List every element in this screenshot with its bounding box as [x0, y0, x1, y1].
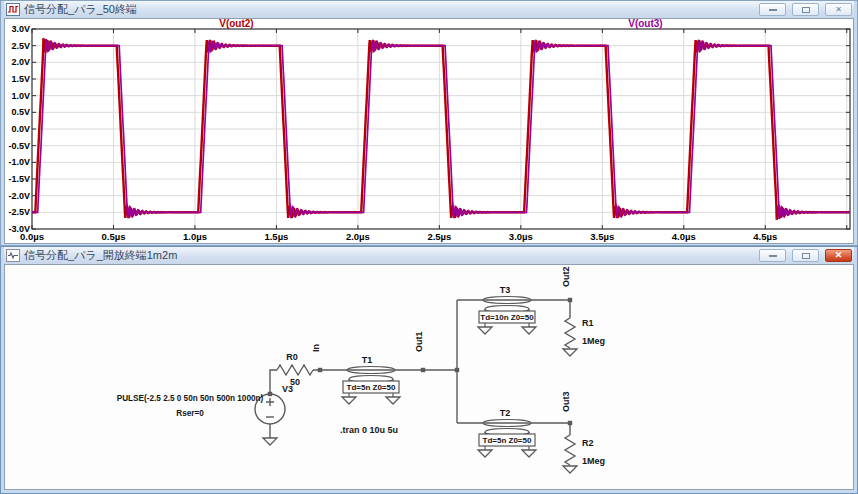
y-tick-label: 1.0V: [11, 91, 30, 101]
schematic-window-titlebar[interactable]: 信号分配_パラ_開放終端1m2m ✕: [4, 247, 854, 264]
legend-vout2[interactable]: V(out2): [219, 19, 253, 29]
y-tick-label: 3.0V: [11, 24, 30, 34]
ground-icon[interactable]: [478, 327, 492, 334]
ground-icon[interactable]: [522, 327, 536, 334]
ground-icon[interactable]: [563, 349, 577, 356]
net-label-out3[interactable]: Out3: [561, 391, 571, 412]
x-tick-label: 4.5µs: [753, 231, 777, 242]
schematic-pane: PULSE(-2.5 2.5 0 50n 50n 500n 1000n) Rse…: [4, 264, 854, 490]
plus-icon: [266, 398, 274, 406]
y-tick-label: 2.5V: [11, 41, 30, 51]
resistor-r2-value[interactable]: 1Meg: [582, 456, 605, 466]
ground-icon[interactable]: [522, 450, 536, 457]
y-tick-label: -0.5V: [8, 141, 30, 151]
maximize-icon: [802, 7, 810, 13]
close-button[interactable]: ✕: [825, 3, 852, 16]
tline-t2-name[interactable]: T2: [500, 408, 511, 418]
y-tick-label: -1.5V: [8, 174, 30, 184]
y-tick-label: -1.0V: [8, 157, 30, 167]
legend-vout3[interactable]: V(out3): [628, 19, 662, 29]
resistor-r1-name[interactable]: R1: [582, 318, 594, 328]
plot-window: 信号分配_パラ_50終端 ✕ 0.0µs0.5µs1.0µs1.5µs2.0µs…: [0, 0, 858, 246]
y-tick-label: -3.0V: [8, 224, 30, 234]
resistor-r0[interactable]: [277, 365, 313, 375]
minimize-button[interactable]: [759, 249, 786, 262]
pin-junction: [268, 392, 272, 396]
schematic-window-title: 信号分配_パラ_開放終端1m2m: [24, 248, 753, 263]
resistor-r1-value[interactable]: 1Meg: [582, 336, 605, 346]
ltspice-workspace: 信号分配_パラ_50終端 ✕ 0.0µs0.5µs1.0µs1.5µs2.0µs…: [0, 0, 858, 494]
maximize-icon: [802, 253, 810, 259]
waveform-pane: 0.0µs0.5µs1.0µs1.5µs2.0µs2.5µs3.0µs3.5µs…: [4, 18, 854, 244]
schematic-page-icon: [6, 249, 20, 262]
source-model-text[interactable]: PULSE(-2.5 2.5 0 50n 50n 500n 1000n): [117, 394, 264, 403]
ground-icon[interactable]: [342, 397, 356, 404]
x-tick-label: 4.0µs: [672, 231, 696, 242]
y-tick-label: 0.5V: [11, 107, 30, 117]
schematic-window: 信号分配_パラ_開放終端1m2m ✕: [0, 246, 858, 494]
minimize-button[interactable]: [759, 3, 786, 16]
resistor-r2[interactable]: [565, 435, 575, 465]
tline-t2-value[interactable]: Td=5n Z0=50: [483, 436, 532, 445]
plot-window-titlebar[interactable]: 信号分配_パラ_50終端 ✕: [4, 1, 854, 18]
ground-icon[interactable]: [386, 397, 400, 404]
maximize-button[interactable]: [792, 249, 819, 262]
net-label-out2[interactable]: Out2: [561, 266, 571, 287]
net-label-out1[interactable]: Out1: [414, 331, 424, 352]
x-tick-label: 3.5µs: [590, 231, 614, 242]
tline-t1-value[interactable]: Td=5n Z0=50: [347, 383, 396, 392]
y-tick-label: -2.0V: [8, 191, 30, 201]
x-tick-label: 2.0µs: [346, 231, 370, 242]
ground-icon[interactable]: [478, 450, 492, 457]
net-label-in[interactable]: In: [311, 344, 321, 352]
waveform-plot-icon: [6, 3, 20, 16]
waveform-plot-canvas[interactable]: 0.0µs0.5µs1.0µs1.5µs2.0µs2.5µs3.0µs3.5µs…: [5, 19, 854, 243]
ground-icon[interactable]: [263, 438, 277, 445]
spice-directive[interactable]: .tran 0 10u 5u: [340, 425, 398, 435]
plot-window-title: 信号分配_パラ_50終端: [24, 2, 753, 17]
x-tick-label: 0.5µs: [101, 231, 125, 242]
close-icon: ✕: [835, 251, 843, 260]
x-tick-label: 1.0µs: [183, 231, 207, 242]
resistor-r2-name[interactable]: R2: [582, 438, 594, 448]
tline-t3-value[interactable]: Td=10n Z0=50: [480, 313, 534, 322]
y-tick-label: 0.0V: [11, 124, 30, 134]
x-tick-label: 1.5µs: [264, 231, 288, 242]
tline-t3[interactable]: [479, 297, 535, 328]
resistor-r0-name[interactable]: R0: [286, 352, 298, 362]
ground-icon[interactable]: [563, 466, 577, 473]
close-icon: ✕: [835, 6, 842, 14]
resistor-r1[interactable]: [565, 318, 575, 348]
y-tick-label: 2.0V: [11, 57, 30, 67]
resistor-r0-value[interactable]: 50: [290, 377, 300, 387]
tline-t1[interactable]: [343, 367, 399, 398]
tline-t2[interactable]: [479, 420, 535, 451]
close-button[interactable]: ✕: [825, 249, 852, 262]
y-tick-label: 1.5V: [11, 74, 30, 84]
maximize-button[interactable]: [792, 3, 819, 16]
source-rser-text[interactable]: Rser=0: [176, 409, 204, 418]
minimize-icon: [769, 9, 777, 11]
minimize-icon: [769, 255, 777, 257]
tline-t1-name[interactable]: T1: [362, 355, 373, 365]
schematic-canvas[interactable]: PULSE(-2.5 2.5 0 50n 50n 500n 1000n) Rse…: [5, 265, 854, 490]
x-tick-label: 3.0µs: [509, 231, 533, 242]
y-tick-label: -2.5V: [8, 207, 30, 217]
tline-t3-name[interactable]: T3: [500, 285, 511, 295]
x-tick-label: 2.5µs: [427, 231, 451, 242]
